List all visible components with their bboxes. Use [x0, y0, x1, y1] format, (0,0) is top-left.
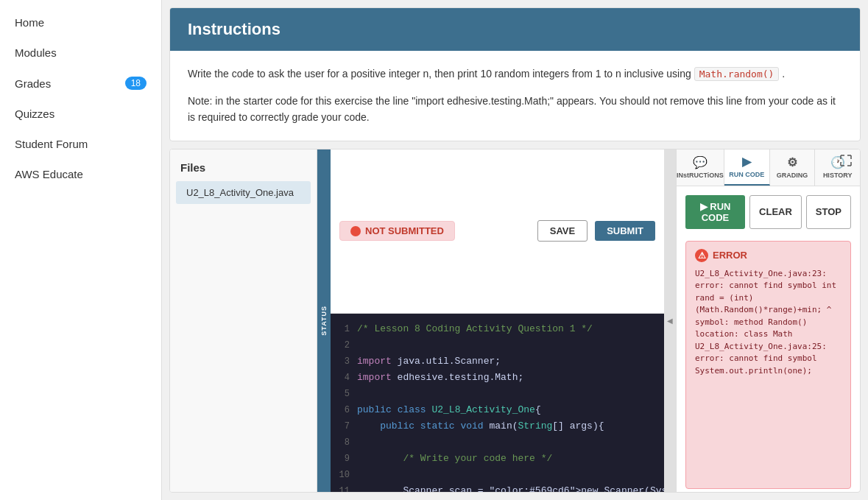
- status-bar: STATUS: [317, 149, 331, 492]
- instructions-body: Write the code to ask the user for a pos…: [170, 51, 860, 141]
- run-panel: ▶ RUN CODE CLEAR STOP: [677, 186, 860, 238]
- instructions-note: Note: in the starter code for this exerc…: [188, 93, 842, 126]
- sidebar-item-quizzes[interactable]: Quizzes: [0, 99, 161, 129]
- clear-button[interactable]: CLEAR: [749, 195, 802, 229]
- inline-code: Math.random(): [694, 67, 780, 81]
- sidebar-label-aws-educate: AWS Educate: [15, 168, 83, 180]
- line-content: public class U2_L8_Activity_One{: [357, 403, 541, 418]
- code-line-8: 8: [331, 434, 664, 451]
- code-line-7: 7 public static void main(String[] args)…: [331, 418, 664, 434]
- line-content: Scanner scan = "color:#569cd6">new Scann…: [357, 484, 664, 492]
- run-code-label: ▶ RUN CODE: [696, 201, 735, 223]
- code-line-10: 10: [331, 467, 664, 483]
- code-line-5: 5: [331, 386, 664, 402]
- instructions-title: Instructions: [188, 20, 280, 38]
- code-line-6: 6public class U2_L8_Activity_One{: [331, 402, 664, 418]
- not-submitted-badge: NOT SUBMITTED: [339, 221, 455, 241]
- sidebar-label-quizzes: Quizzes: [15, 108, 54, 120]
- main-content: Instructions Write the code to ask the u…: [162, 0, 868, 500]
- run-code-tab-icon: ▶: [742, 155, 751, 169]
- sidebar-label-home: Home: [15, 16, 44, 29]
- line-content: /* Lesson 8 Coding Activity Question 1 *…: [357, 322, 593, 337]
- grading-tab-icon: ⚙: [787, 155, 797, 169]
- line-number: 9: [331, 451, 357, 466]
- code-line-11: 11 Scanner scan = "color:#569cd6">new Sc…: [331, 483, 664, 492]
- line-number: 10: [331, 468, 357, 482]
- instructions-header: Instructions: [170, 8, 860, 51]
- grading-tab-label: GRADING: [777, 172, 808, 179]
- editor-section: NOT SUBMITTED SAVE SUBMIT 1/* Lesson 8 C…: [331, 149, 664, 492]
- sidebar: Home Modules Grades 18 Quizzes Student F…: [0, 0, 162, 500]
- line-content: import java.util.Scanner;: [357, 354, 501, 369]
- collapse-handle[interactable]: ◀: [664, 149, 676, 492]
- tab-grading[interactable]: ⚙ GRADING: [770, 149, 816, 186]
- tab-instructions[interactable]: 💬 INstRUCTiONS: [677, 149, 724, 186]
- right-panel: 💬 INstRUCTiONS ▶ RUN CODE ⚙ GRADING 🕐 HI…: [676, 149, 860, 492]
- submission-bar: NOT SUBMITTED SAVE SUBMIT: [331, 149, 664, 314]
- sidebar-label-grades: Grades: [15, 77, 51, 90]
- line-number: 4: [331, 370, 357, 385]
- line-number: 7: [331, 419, 357, 434]
- file-item[interactable]: U2_L8_Activity_One.java: [176, 181, 311, 204]
- line-number: 3: [331, 354, 357, 369]
- grades-badge: 18: [125, 77, 147, 90]
- error-title: ERROR: [713, 250, 747, 261]
- status-label: STATUS: [320, 306, 328, 336]
- save-button[interactable]: SAVE: [537, 220, 588, 242]
- submit-button[interactable]: SUBMIT: [595, 221, 655, 241]
- tab-run-code[interactable]: ▶ RUN CODE: [724, 149, 770, 186]
- code-editor-area: Files U2_L8_Activity_One.java STATUS NOT…: [169, 149, 861, 493]
- instructions-tab-label: INstRUCTiONS: [677, 172, 724, 179]
- instructions-text1: Write the code to ask the user for a pos…: [188, 66, 842, 82]
- history-tab-label: HISTORY: [823, 172, 853, 179]
- run-code-button[interactable]: ▶ RUN CODE: [685, 195, 745, 229]
- sidebar-label-student-forum: Student Forum: [15, 138, 88, 150]
- files-panel: Files U2_L8_Activity_One.java: [170, 149, 317, 492]
- sidebar-item-aws-educate[interactable]: AWS Educate: [0, 159, 161, 189]
- code-line-9: 9 /* Write your code here */: [331, 451, 664, 467]
- error-text: U2_L8_Activity_One.java:23: error: canno…: [695, 268, 841, 378]
- run-buttons: ▶ RUN CODE CLEAR STOP: [685, 195, 851, 229]
- not-submitted-icon: [350, 226, 361, 236]
- instructions-tab-icon: 💬: [693, 155, 708, 169]
- line-number: 6: [331, 403, 357, 418]
- expand-icon[interactable]: [839, 154, 853, 169]
- code-line-3: 3import java.util.Scanner;: [331, 353, 664, 370]
- sidebar-item-home[interactable]: Home: [0, 7, 161, 38]
- sidebar-item-modules[interactable]: Modules: [0, 38, 161, 68]
- code-area-inner: Files U2_L8_Activity_One.java STATUS NOT…: [170, 149, 860, 492]
- error-header: ⚠ ERROR: [695, 249, 841, 262]
- error-panel: ⚠ ERROR U2_L8_Activity_One.java:23: erro…: [685, 241, 851, 489]
- line-content: import edhesive.testing.Math;: [357, 370, 523, 385]
- stop-button[interactable]: STOP: [806, 195, 851, 229]
- code-line-2: 2: [331, 337, 664, 353]
- instructions-body1: Write the code to ask the user for a pos…: [188, 68, 691, 80]
- instructions-body2: .: [782, 68, 785, 80]
- code-line-4: 4import edhesive.testing.Math;: [331, 370, 664, 386]
- line-number: 5: [331, 387, 357, 401]
- run-code-tab-label: RUN CODE: [729, 171, 764, 178]
- code-line-1: 1/* Lesson 8 Coding Activity Question 1 …: [331, 321, 664, 337]
- line-number: 11: [331, 484, 357, 492]
- line-content: /* Write your code here */: [357, 451, 552, 466]
- code-editor[interactable]: 1/* Lesson 8 Coding Activity Question 1 …: [331, 314, 664, 492]
- instructions-panel: Instructions Write the code to ask the u…: [169, 7, 861, 141]
- sidebar-label-modules: Modules: [15, 46, 57, 59]
- collapse-arrow: ◀: [667, 317, 673, 325]
- not-submitted-text: NOT SUBMITTED: [365, 225, 444, 236]
- line-number: 2: [331, 338, 357, 353]
- line-number: 1: [331, 322, 357, 337]
- files-title: Files: [170, 157, 317, 181]
- error-icon: ⚠: [695, 249, 708, 262]
- line-number: 8: [331, 435, 357, 450]
- sidebar-item-student-forum[interactable]: Student Forum: [0, 129, 161, 159]
- line-content: public static void main(String[] args){: [357, 419, 604, 434]
- sidebar-item-grades[interactable]: Grades 18: [0, 68, 161, 99]
